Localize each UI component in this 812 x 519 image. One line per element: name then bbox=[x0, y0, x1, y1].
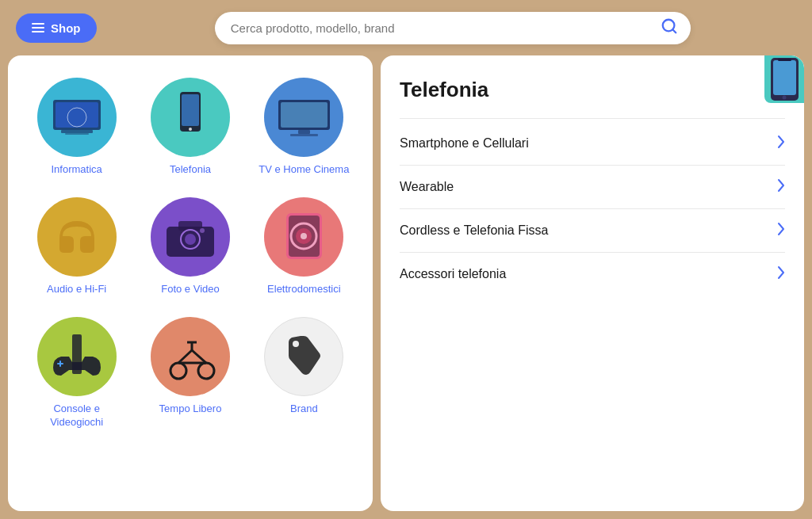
category-console[interactable]: Console e Videogiochi bbox=[24, 311, 129, 436]
subcategory-chevron-cordless bbox=[777, 222, 785, 239]
category-telefonia[interactable]: Telefonia bbox=[137, 71, 243, 183]
category-circle-console bbox=[37, 317, 117, 396]
subcategory-label-smartphone: Smartphone e Cellulari bbox=[400, 136, 529, 151]
category-circle-elettro bbox=[264, 197, 343, 277]
category-tv[interactable]: TV e Home Cinema bbox=[251, 71, 357, 183]
svg-point-27 bbox=[170, 363, 186, 379]
svg-rect-11 bbox=[281, 102, 327, 128]
svg-point-23 bbox=[301, 233, 307, 239]
category-circle-foto bbox=[151, 197, 230, 277]
shop-button[interactable]: Shop bbox=[16, 13, 97, 43]
svg-rect-36 bbox=[773, 60, 796, 95]
svg-point-28 bbox=[198, 363, 214, 379]
svg-point-9 bbox=[189, 128, 192, 131]
main-category-title: Telefonia bbox=[400, 78, 488, 102]
svg-point-17 bbox=[185, 234, 196, 245]
category-label-telefonia: Telefonia bbox=[170, 163, 211, 177]
subcategory-smartphone[interactable]: Smartphone e Cellulari bbox=[400, 122, 785, 166]
main-content: Informatica Telefonia bbox=[0, 55, 812, 519]
category-circle-tempo bbox=[151, 317, 230, 396]
category-circle-audio bbox=[37, 197, 117, 277]
svg-rect-12 bbox=[298, 130, 310, 134]
subcategory-accessori[interactable]: Accessori telefonia bbox=[400, 253, 785, 296]
category-circle-brand bbox=[264, 317, 343, 396]
svg-point-34 bbox=[293, 341, 299, 347]
svg-point-38 bbox=[782, 96, 786, 100]
main-category-header[interactable]: Telefonia bbox=[400, 78, 785, 105]
category-label-tv: TV e Home Cinema bbox=[259, 163, 349, 177]
category-label-console: Console e Videogiochi bbox=[27, 403, 126, 429]
subcategory-label-accessori: Accessori telefonia bbox=[400, 267, 506, 281]
svg-line-29 bbox=[178, 350, 192, 363]
categories-grid: Informatica Telefonia bbox=[24, 71, 357, 436]
search-icon bbox=[661, 17, 678, 38]
category-label-audio: Audio e Hi-Fi bbox=[47, 283, 106, 296]
category-circle-informatica bbox=[37, 78, 117, 157]
category-label-informatica: Informatica bbox=[52, 163, 102, 177]
subcategory-chevron-smartphone bbox=[777, 135, 785, 152]
category-tempo[interactable]: Tempo Libero bbox=[137, 311, 243, 436]
header: Shop bbox=[0, 0, 812, 55]
svg-line-30 bbox=[192, 350, 206, 363]
panel-thumbnail bbox=[764, 55, 804, 103]
svg-point-18 bbox=[200, 228, 205, 233]
svg-rect-6 bbox=[65, 133, 89, 135]
category-informatica[interactable]: Informatica bbox=[24, 71, 129, 183]
subcategories-panel: Telefonia Smartphone e Cellulari Wearabl… bbox=[381, 55, 804, 511]
divider-top bbox=[400, 118, 785, 119]
svg-rect-5 bbox=[61, 130, 93, 133]
category-brand[interactable]: Brand bbox=[251, 311, 357, 436]
svg-rect-8 bbox=[182, 94, 199, 126]
subcategory-label-wearable: Wearable bbox=[400, 180, 454, 194]
subcategory-wearable[interactable]: Wearable bbox=[400, 166, 785, 209]
category-label-tempo: Tempo Libero bbox=[159, 403, 222, 416]
svg-line-1 bbox=[672, 29, 676, 32]
svg-rect-37 bbox=[778, 59, 791, 61]
category-elettro[interactable]: Elettrodomestici bbox=[251, 191, 357, 303]
category-label-brand: Brand bbox=[290, 403, 318, 416]
hamburger-icon bbox=[32, 23, 44, 32]
subcategory-chevron-accessori bbox=[777, 265, 785, 283]
category-audio[interactable]: Audio e Hi-Fi bbox=[24, 191, 129, 303]
subcategory-label-cordless: Cordless e Telefonia Fissa bbox=[400, 223, 548, 238]
categories-panel: Informatica Telefonia bbox=[8, 55, 373, 511]
search-bar bbox=[215, 12, 691, 44]
category-circle-telefonia bbox=[151, 78, 230, 157]
svg-rect-3 bbox=[56, 102, 98, 128]
category-label-elettro: Elettrodomestici bbox=[267, 283, 340, 296]
category-label-foto: Foto e Video bbox=[161, 283, 219, 296]
shop-label: Shop bbox=[51, 21, 81, 35]
subcategory-chevron-wearable bbox=[777, 178, 785, 196]
subcategory-cordless[interactable]: Cordless e Telefonia Fissa bbox=[400, 209, 785, 253]
search-input[interactable] bbox=[215, 12, 691, 44]
category-foto[interactable]: Foto e Video bbox=[137, 191, 243, 303]
svg-rect-26 bbox=[57, 363, 63, 364]
category-circle-tv bbox=[264, 78, 343, 157]
svg-rect-13 bbox=[290, 134, 318, 136]
